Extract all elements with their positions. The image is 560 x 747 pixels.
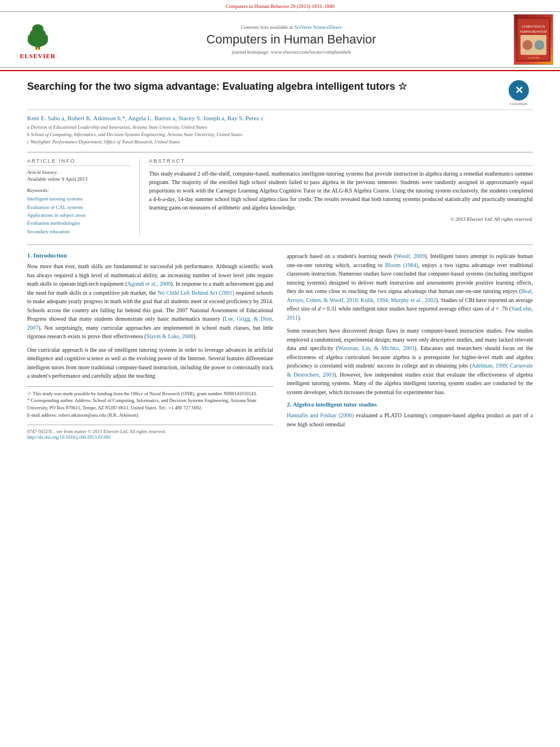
- section1-heading: 1. Introduction: [27, 252, 273, 259]
- abstract-col: ABSTRACT This study evaluated 2 off-the-…: [140, 158, 533, 235]
- main-right-col: approach based on a student's learning n…: [287, 252, 533, 440]
- article-title-section: Searching for the two sigma advantage: E…: [27, 80, 533, 110]
- issn-line: 0747-5632/$ – see front matter © 2013 El…: [27, 429, 273, 434]
- authors-section: Kent E. Sabo a, Robert K. Atkinson b,*, …: [27, 115, 533, 145]
- elsevier-tree-icon: [15, 20, 60, 51]
- affil-a: a Division of Educational Leadership and…: [27, 124, 533, 131]
- main-left-col: 1. Introduction Now more than ever, math…: [27, 252, 273, 440]
- affil-b: b School of Computing, Informatics, and …: [27, 131, 533, 138]
- section1-right-para2: Some researchers have discovered design …: [287, 326, 533, 396]
- article-title: Searching for the two sigma advantage: E…: [27, 80, 498, 93]
- info-abstract-section: ARTICLE INFO Article history: Available …: [27, 152, 533, 235]
- section2-heading: 2. Algebra intelligent tutor studies: [287, 401, 533, 408]
- abstract-copyright: © 2013 Elsevier Ltd. All rights reserved…: [149, 216, 533, 222]
- journal-url: journal homepage: www.elsevier.com/locat…: [69, 49, 514, 55]
- article-info-col: ARTICLE INFO Article history: Available …: [27, 158, 140, 235]
- crossmark-badge: CrossMark: [505, 80, 533, 106]
- affil-c: c Warfighter Performance Department, Off…: [27, 138, 533, 146]
- svg-point-7: [37, 47, 39, 50]
- footnotes-section: ☆ This study was made possible by fundin…: [27, 386, 273, 419]
- svg-point-13: [523, 40, 533, 50]
- history-value: Available online 9 April 2013: [27, 176, 130, 182]
- keyword-2[interactable]: Evaluation of CAL systems: [27, 203, 130, 211]
- svg-text:COMPUTERS IN: COMPUTERS IN: [522, 25, 545, 28]
- bottom-bar: 0747-5632/$ – see front matter © 2013 El…: [27, 425, 273, 440]
- svg-point-14: [535, 40, 545, 50]
- section2-para1: Hannafin and Foshay (2006) evaluated a P…: [287, 411, 533, 429]
- abstract-label: ABSTRACT: [149, 158, 533, 166]
- abstract-text: This study evaluated 2 off-the-shelf, co…: [149, 169, 533, 212]
- journal-center: Contents lists available at SciVerse Sci…: [69, 24, 514, 55]
- elsevier-logo: ELSEVIER: [7, 20, 69, 59]
- article-info-label: ARTICLE INFO: [27, 158, 130, 166]
- svg-text:ELSEVIER: ELSEVIER: [528, 56, 540, 59]
- keywords-list: Intelligent tutoring systems Evaluation …: [27, 195, 130, 235]
- keyword-4[interactable]: Evaluation methodologies: [27, 219, 130, 227]
- svg-text:HUMAN BEHAVIOR: HUMAN BEHAVIOR: [520, 30, 547, 33]
- section1-right-para1: approach based on a student's learning n…: [287, 252, 533, 322]
- svg-point-5: [39, 34, 48, 41]
- contents-line: Contents lists available at SciVerse Sci…: [69, 24, 514, 30]
- section1-para1: Now more than ever, math skills are fund…: [27, 262, 273, 341]
- doi-line: http://dx.doi.org/10.1016/j.chb.2013.03.…: [27, 434, 273, 440]
- keyword-1[interactable]: Intelligent tutoring systems: [27, 195, 130, 203]
- main-content: 1. Introduction Now more than ever, math…: [27, 244, 533, 440]
- history-label: Article history:: [27, 169, 130, 175]
- journal-title: Computers in Human Behavior: [69, 32, 514, 47]
- footnote-corresponding: * Corresponding author. Address: School …: [27, 397, 273, 412]
- svg-point-3: [32, 24, 43, 33]
- keywords-label: Keywords:: [27, 187, 130, 193]
- section1-para2: One curricular approach is the use of in…: [27, 346, 273, 381]
- crossmark-label: CrossMark: [505, 102, 533, 106]
- authors-line: Kent E. Sabo a, Robert K. Atkinson b,*, …: [27, 115, 533, 121]
- keyword-5[interactable]: Secondary education: [27, 228, 130, 235]
- elsevier-text: ELSEVIER: [20, 53, 56, 59]
- svg-point-4: [28, 34, 37, 41]
- journal-cover-image: COMPUTERS IN HUMAN BEHAVIOR ELSEVIER: [514, 14, 553, 65]
- footnote-star: ☆ This study was made possible by fundin…: [27, 390, 273, 397]
- crossmark-icon[interactable]: [509, 80, 529, 101]
- article-body: Searching for the two sigma advantage: E…: [0, 71, 560, 449]
- journal-header: Computers in Human Behavior 29 (2013) 18…: [0, 0, 560, 71]
- keyword-3[interactable]: Applications in subject areas: [27, 211, 130, 219]
- footnote-email: E-mail address: robert.atkinson@asu.edu …: [27, 412, 273, 419]
- journal-ref: Computers in Human Behavior 29 (2013) 18…: [0, 3, 560, 9]
